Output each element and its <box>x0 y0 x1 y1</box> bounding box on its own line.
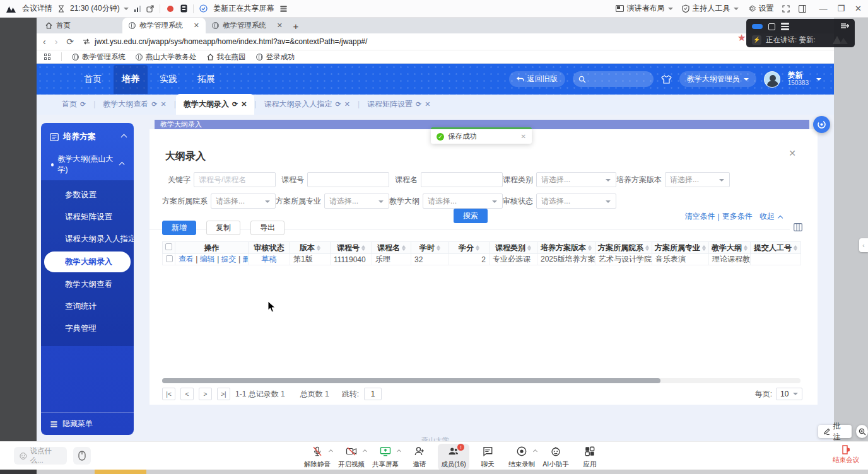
select-input[interactable]: 请选择... <box>211 194 276 209</box>
refresh-tab-icon[interactable]: ⟳ <box>151 100 157 108</box>
close-panel-icon[interactable]: ✕ <box>789 148 796 158</box>
jump-page-input[interactable]: 1 <box>364 388 382 400</box>
caret-up-icon[interactable] <box>329 449 333 454</box>
next-page-button[interactable]: > <box>199 388 212 400</box>
end-meeting-button[interactable]: 结束会议 <box>833 444 859 465</box>
column-header[interactable]: 课程类别 <box>490 242 537 254</box>
export-button[interactable]: 导出 <box>250 221 284 235</box>
copy-button[interactable]: 复制 <box>206 221 240 235</box>
toolbar-camera-off[interactable]: 开启视频 <box>336 444 367 470</box>
toolbar-members[interactable]: !成员(16) <box>438 444 469 470</box>
sort-icon[interactable] <box>361 245 365 251</box>
host-tools-button[interactable]: 主持人工具 <box>682 3 739 14</box>
annotate-button[interactable]: 批注 <box>818 425 852 438</box>
toolbar-stop-record[interactable]: 结束录制 <box>506 444 537 470</box>
popout-icon[interactable] <box>146 5 154 13</box>
sidebar-item-课程大纲录入人指定[interactable]: 课程大纲录入人指定 <box>41 228 134 250</box>
close-tab-icon[interactable]: ✕ <box>277 21 283 30</box>
toast-close-icon[interactable]: ✕ <box>521 133 526 140</box>
bookmark-star-icon[interactable]: ★ <box>737 32 746 43</box>
column-header[interactable]: 提交人工号 <box>751 242 801 254</box>
page-tab[interactable]: 教学大纲录入⟳✕ <box>176 94 254 115</box>
column-header[interactable]: 方案所属院系 <box>595 242 652 254</box>
column-header[interactable]: 培养方案版本 <box>537 242 595 254</box>
text-input[interactable] <box>307 172 389 187</box>
browser-tab[interactable]: 教学管理系统✕ <box>206 18 289 33</box>
toolbar-apps[interactable]: 应用 <box>574 444 606 470</box>
minimize-button[interactable]: — <box>819 4 827 13</box>
per-page-select[interactable]: 10 <box>776 388 802 400</box>
toolbar-mic-off[interactable]: 解除静音 <box>302 444 333 470</box>
refresh-tab-icon[interactable]: ⟳ <box>80 100 86 108</box>
user-avatar[interactable] <box>764 71 780 88</box>
overlay-window-icon[interactable] <box>768 23 775 30</box>
sort-icon[interactable] <box>402 245 406 251</box>
close-page-tab-icon[interactable]: ✕ <box>241 100 247 108</box>
sort-icon[interactable] <box>317 245 320 251</box>
table-row[interactable]: 查看 | 编辑 | 提交 | 删除草稿第1版11119040乐理322专业必选课… <box>163 254 801 265</box>
sidebar-subgroup-header[interactable]: 教学大纲(燕山大学) <box>41 149 134 180</box>
refresh-tab-icon[interactable]: ⟳ <box>232 100 238 108</box>
sort-icon[interactable] <box>476 245 479 251</box>
hide-menu-button[interactable]: 隐藏菜单 <box>41 412 134 435</box>
refresh-tab-icon[interactable]: ⟳ <box>416 100 421 108</box>
overlay-video-icon[interactable] <box>752 24 763 29</box>
sidebar-item-教学大纲查看[interactable]: 教学大纲查看 <box>41 274 134 296</box>
meeting-timer[interactable]: 21:30 (40分钟) <box>70 3 129 14</box>
sidebar-item-教学大纲录入[interactable]: 教学大纲录入 <box>44 251 131 272</box>
header-search-input[interactable] <box>573 71 654 87</box>
floating-assistant-ball[interactable] <box>813 116 830 133</box>
maximize-button[interactable]: ❐ <box>837 4 845 13</box>
close-window-button[interactable]: ✕ <box>855 4 862 13</box>
column-settings-icon[interactable] <box>794 223 802 233</box>
bookmark-item[interactable]: 教学管理系统 <box>72 52 126 62</box>
select-input[interactable]: 请选择... <box>536 172 616 187</box>
theme-shirt-icon[interactable] <box>661 75 672 84</box>
url-field[interactable]: jwxt.ysu.edu.cn/jwapp/sys/homeapp/home/i… <box>83 37 367 46</box>
column-header[interactable]: 教学大纲 <box>709 242 751 254</box>
apps-grid-icon[interactable] <box>44 54 51 61</box>
action-删除[interactable]: 删除 <box>242 255 248 263</box>
nav-item-首页[interactable]: 首页 <box>76 65 110 94</box>
refresh-tab-icon[interactable]: ⟳ <box>335 100 341 108</box>
sort-icon[interactable] <box>744 245 748 251</box>
role-selector[interactable]: 教学大纲管理员 <box>679 71 756 87</box>
action-提交[interactable]: 提交 <box>221 255 237 263</box>
layout-button[interactable]: 演讲者布局 <box>616 3 673 14</box>
user-menu-caret-icon[interactable] <box>816 78 821 81</box>
close-tab-icon[interactable]: ✕ <box>194 21 199 30</box>
page-tab[interactable]: 课程大纲录入人指定⟳✕ <box>256 94 357 115</box>
close-page-tab-icon[interactable]: ✕ <box>161 100 167 108</box>
sort-icon[interactable] <box>437 245 440 251</box>
back-button[interactable]: ‹ <box>43 37 46 47</box>
sharing-menu-icon[interactable] <box>281 6 287 11</box>
toolbar-chat[interactable]: 聊天 <box>472 444 503 470</box>
collapse-panel-handle[interactable]: ‹ <box>859 238 868 252</box>
magnifier-button[interactable] <box>856 425 868 438</box>
overlay-collapse-icon[interactable] <box>840 22 849 31</box>
sort-icon[interactable] <box>645 245 649 251</box>
bookmark-item[interactable]: 我在燕园 <box>207 52 246 62</box>
column-header[interactable]: 操作 <box>175 242 249 254</box>
row-status[interactable]: 草稿 <box>249 254 290 265</box>
caret-up-icon[interactable] <box>397 449 401 454</box>
meeting-detail-button[interactable]: 会议详情 <box>22 3 52 14</box>
close-page-tab-icon[interactable]: ✕ <box>425 100 430 108</box>
browser-tab[interactable]: 首页 <box>39 18 122 33</box>
select-input[interactable]: 请选择... <box>324 194 389 209</box>
page-tab[interactable]: 课程矩阵设置⟳✕ <box>360 94 438 115</box>
sidebar-item-课程矩阵设置[interactable]: 课程矩阵设置 <box>41 206 134 228</box>
doc-icon[interactable] <box>180 4 187 13</box>
last-page-button[interactable]: >| <box>217 388 230 400</box>
horizontal-scrollbar[interactable] <box>162 378 801 383</box>
toolbar-invite[interactable]: 邀请 <box>404 444 435 470</box>
text-input[interactable] <box>421 172 503 187</box>
column-header[interactable]: 学时 <box>411 242 449 254</box>
sort-icon[interactable] <box>794 245 797 251</box>
add-button[interactable]: 新增 <box>162 221 196 235</box>
sidepanel-icon[interactable] <box>799 5 806 13</box>
column-header[interactable]: 课程名 <box>372 242 411 254</box>
caret-up-icon[interactable] <box>533 449 537 454</box>
prev-page-button[interactable]: < <box>180 388 194 400</box>
bookmark-item[interactable]: 登录成功 <box>256 52 295 62</box>
